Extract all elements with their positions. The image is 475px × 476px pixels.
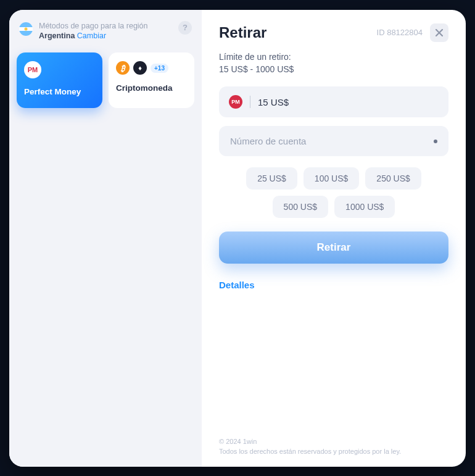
- quick-amount-chips: 25 US$ 100 US$ 250 US$ 500 US$ 1000 US$: [219, 167, 448, 218]
- amount-field[interactable]: PM: [219, 86, 448, 117]
- bitcoin-icon: ₿: [116, 61, 130, 75]
- chip-25[interactable]: 25 US$: [246, 167, 297, 190]
- separator: [250, 96, 250, 108]
- method-label: Perfect Money: [24, 87, 95, 96]
- withdraw-modal: Métodos de pago para la región Argentina…: [9, 10, 466, 467]
- argentina-flag-icon: [19, 22, 33, 36]
- withdraw-button[interactable]: Retirar: [219, 232, 448, 264]
- chip-1000[interactable]: 1000 US$: [334, 196, 395, 218]
- perfect-money-icon: PM: [229, 95, 242, 109]
- region-label: Métodos de pago para la región: [39, 21, 172, 31]
- region-selector: Métodos de pago para la región Argentina…: [17, 21, 194, 53]
- right-panel: Retirar ID 88122804 Límite de un retiro:…: [202, 10, 466, 467]
- method-crypto[interactable]: ₿ ♦ +13 Criptomoneda: [109, 52, 194, 108]
- footer-copyright: © 2024 1win: [219, 436, 448, 447]
- ethereum-icon: ♦: [133, 61, 147, 75]
- footer: © 2024 1win Todos los derechos están res…: [219, 424, 448, 457]
- account-field[interactable]: [219, 126, 448, 156]
- header-row: Retirar ID 88122804: [219, 23, 448, 42]
- method-perfect-money[interactable]: PM Perfect Money: [17, 52, 102, 108]
- close-icon: [436, 29, 443, 36]
- close-button[interactable]: [430, 23, 448, 42]
- transaction-id: ID 88122804: [377, 28, 423, 37]
- help-icon[interactable]: ?: [178, 21, 192, 35]
- amount-input[interactable]: [258, 97, 439, 107]
- perfect-money-icon: PM: [24, 61, 41, 78]
- footer-legal: Todos los derechos están reservados y pr…: [219, 446, 448, 457]
- account-input[interactable]: [230, 136, 434, 146]
- chip-250[interactable]: 250 US$: [365, 167, 421, 190]
- dot-icon: [434, 140, 437, 143]
- crypto-extra-badge: +13: [151, 64, 168, 73]
- left-panel: Métodos de pago para la región Argentina…: [9, 10, 202, 467]
- payment-methods: PM Perfect Money ₿ ♦ +13 Criptomoneda: [17, 52, 194, 108]
- withdraw-limits: Límite de un retiro: 15 US$ - 1000 US$: [219, 51, 448, 76]
- page-title: Retirar: [219, 24, 266, 41]
- region-change-link[interactable]: Cambiar: [77, 31, 106, 40]
- chip-500[interactable]: 500 US$: [273, 196, 328, 218]
- region-text: Métodos de pago para la región Argentina…: [39, 21, 172, 42]
- chip-100[interactable]: 100 US$: [304, 167, 359, 190]
- details-link[interactable]: Detalles: [219, 280, 255, 290]
- region-country: Argentina: [39, 31, 75, 40]
- method-label: Criptomoneda: [116, 83, 187, 93]
